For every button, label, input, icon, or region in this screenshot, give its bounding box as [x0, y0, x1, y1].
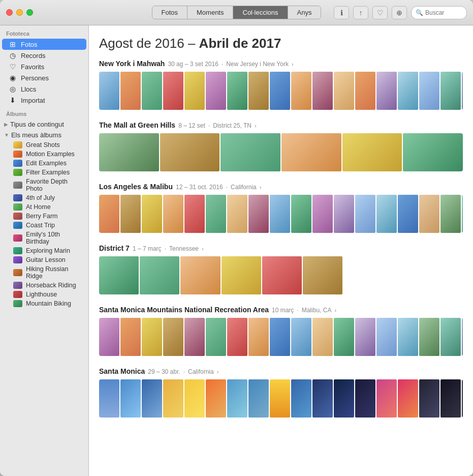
photo-thumb[interactable] [398, 379, 418, 418]
photo-thumb[interactable] [220, 133, 280, 171]
photo-thumb[interactable] [99, 379, 119, 418]
photo-thumb[interactable] [355, 318, 375, 356]
tab-anys[interactable]: Anys [288, 6, 321, 19]
photo-thumb[interactable] [291, 72, 311, 110]
photo-thumb[interactable] [160, 133, 220, 171]
photo-thumb[interactable] [270, 318, 290, 356]
photo-thumb[interactable] [403, 133, 463, 171]
photo-thumb[interactable] [163, 195, 183, 233]
album-4th-of-july[interactable]: 4th of July [0, 193, 88, 202]
photo-thumb[interactable] [99, 133, 159, 171]
tab-colleccions[interactable]: Col·leccions [233, 6, 288, 19]
album-motion-examples[interactable]: Motion Examples [0, 150, 88, 159]
photo-thumb[interactable] [303, 256, 342, 294]
sidebar-item-persones[interactable]: ◉ Persones [2, 72, 86, 83]
album-great-shots[interactable]: Great Shots [0, 140, 88, 150]
photo-thumb[interactable] [376, 318, 397, 356]
photo-thumb[interactable] [99, 318, 119, 356]
album-hiking-russian-ridge[interactable]: Hiking Russian Ridge [0, 264, 88, 281]
photo-thumb[interactable] [462, 72, 463, 110]
photo-thumb[interactable] [163, 379, 183, 418]
photo-thumb[interactable] [334, 318, 354, 356]
info-button[interactable]: ℹ [334, 6, 349, 19]
fullscreen-button[interactable] [26, 9, 33, 16]
photo-thumb[interactable] [355, 195, 375, 233]
search-box[interactable]: 🔍 [411, 6, 467, 19]
photo-thumb[interactable] [419, 72, 439, 110]
photo-thumb[interactable] [142, 195, 162, 233]
tab-fotos[interactable]: Fotos [152, 6, 188, 19]
my-albums-group[interactable]: ▼ Els meus àlbums [0, 130, 88, 140]
album-emilys-birthday[interactable]: Emily's 10th Birthday [0, 230, 88, 246]
photo-thumb[interactable] [120, 379, 141, 418]
photo-thumb[interactable] [248, 72, 269, 110]
photo-thumb[interactable] [120, 195, 141, 233]
photo-thumb[interactable] [355, 379, 375, 418]
sidebar-item-fotos[interactable]: ⊞ Fotos [2, 39, 86, 50]
photo-thumb[interactable] [222, 256, 261, 294]
sidebar-item-importat[interactable]: ⬇ Importat [2, 95, 86, 106]
favorite-button[interactable]: ♡ [372, 6, 388, 19]
photo-thumb[interactable] [376, 379, 397, 418]
photo-thumb[interactable] [140, 256, 179, 294]
photo-thumb[interactable] [291, 379, 311, 418]
album-berry-farm[interactable]: Berry Farm [0, 212, 88, 221]
photo-thumb[interactable] [120, 72, 141, 110]
photo-thumb[interactable] [440, 379, 461, 418]
photo-thumb[interactable] [376, 195, 397, 233]
photo-thumb[interactable] [206, 318, 226, 356]
photo-thumb[interactable] [440, 72, 461, 110]
photo-thumb[interactable] [312, 72, 333, 110]
album-filter-examples[interactable]: Filter Examples [0, 168, 88, 177]
photo-thumb[interactable] [227, 72, 247, 110]
photo-thumb[interactable] [99, 72, 119, 110]
photo-thumb[interactable] [206, 72, 226, 110]
photo-thumb[interactable] [355, 72, 375, 110]
sidebar-item-records[interactable]: ◷ Records [2, 50, 86, 61]
photo-thumb[interactable] [440, 318, 461, 356]
photo-thumb[interactable] [248, 195, 269, 233]
collection-header-mall[interactable]: The Mall at Green Hills 8 – 12 set · Dis… [99, 121, 463, 129]
tab-moments[interactable]: Moments [187, 6, 233, 19]
export-button[interactable]: ⊕ [392, 6, 407, 19]
photo-thumb[interactable] [184, 379, 205, 418]
photo-thumb[interactable] [342, 133, 402, 171]
album-exploring-marin[interactable]: Exploring Marin [0, 246, 88, 255]
photo-thumb[interactable] [419, 318, 439, 356]
photo-thumb[interactable] [206, 379, 226, 418]
album-coast-trip[interactable]: Coast Trip [0, 221, 88, 230]
album-lighthouse[interactable]: Lighthouse [0, 290, 88, 299]
photo-thumb[interactable] [227, 379, 247, 418]
photo-thumb[interactable] [312, 195, 333, 233]
collection-header-la[interactable]: Los Angeles & Malibu 12 – 31 oct. 2016 ·… [99, 183, 463, 191]
photo-thumb[interactable] [334, 72, 354, 110]
photo-thumb[interactable] [227, 195, 247, 233]
photo-thumb[interactable] [398, 195, 418, 233]
sidebar-item-llocs[interactable]: ◎ Llocs [2, 83, 86, 95]
photo-thumb[interactable] [419, 379, 439, 418]
photo-thumb[interactable] [462, 318, 463, 356]
photo-thumb[interactable] [99, 256, 139, 294]
photo-thumb[interactable] [440, 195, 461, 233]
photo-thumb[interactable] [398, 72, 418, 110]
photo-thumb[interactable] [376, 72, 397, 110]
album-edit-examples[interactable]: Edit Examples [0, 159, 88, 168]
close-button[interactable] [6, 9, 13, 16]
photo-thumb[interactable] [270, 195, 290, 233]
photo-thumb[interactable] [462, 195, 463, 233]
photo-thumb[interactable] [312, 379, 333, 418]
content-type-group[interactable]: ▶ Tipus de contingut [0, 119, 88, 130]
photo-thumb[interactable] [163, 318, 183, 356]
photo-thumb[interactable] [270, 379, 290, 418]
collection-header-smm[interactable]: Santa Monica Mountains National Recreati… [99, 306, 463, 314]
album-guitar-lesson[interactable]: Guitar Lesson [0, 255, 88, 264]
photo-thumb[interactable] [334, 195, 354, 233]
photo-thumb[interactable] [291, 318, 311, 356]
photo-thumb[interactable] [462, 379, 463, 418]
photo-thumb[interactable] [142, 72, 162, 110]
photo-thumb[interactable] [312, 318, 333, 356]
photo-thumb[interactable] [142, 379, 162, 418]
photo-thumb[interactable] [227, 318, 247, 356]
album-mountain-biking[interactable]: Mountain Biking [0, 299, 88, 308]
photo-thumb[interactable] [398, 318, 418, 356]
